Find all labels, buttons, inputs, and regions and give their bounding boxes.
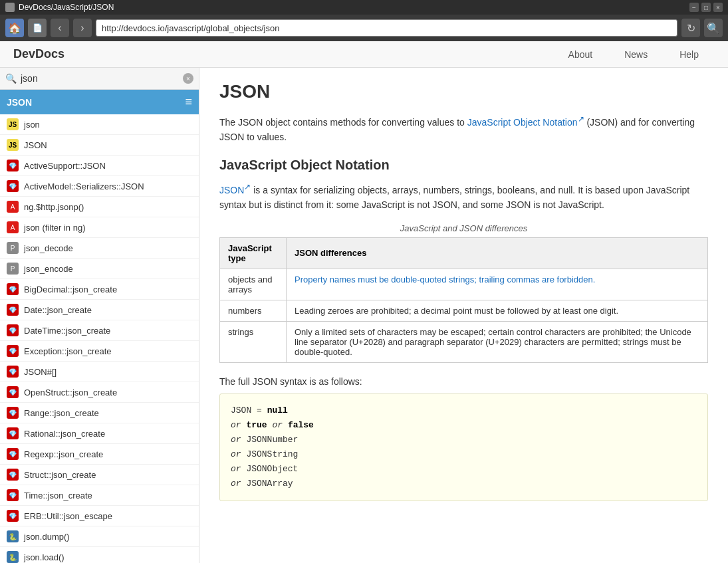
minimize-button[interactable]: −	[689, 3, 699, 12]
maximize-button[interactable]: □	[701, 3, 711, 12]
zoom-button[interactable]: 🔍	[704, 19, 723, 37]
nav-news[interactable]: News	[608, 41, 664, 42]
app-button[interactable]: 📄	[28, 19, 47, 37]
nav-about[interactable]: About	[552, 41, 609, 42]
window-title: DevDocs/JavaScript/JSON	[19, 3, 685, 12]
title-bar: DevDocs/JavaScript/JSON − □ ×	[0, 0, 728, 15]
app-icon	[5, 3, 15, 12]
close-button[interactable]: ×	[713, 3, 723, 12]
browser-toolbar: 🏠 📄 ‹ › http://devdocs.io/javascript/glo…	[0, 15, 728, 41]
window-controls[interactable]: − □ ×	[689, 3, 723, 12]
url-text: http://devdocs.io/javascript/global_obje…	[102, 23, 279, 33]
nav-help[interactable]: Help	[664, 41, 715, 42]
back-button[interactable]: ‹	[51, 19, 69, 37]
address-bar[interactable]: http://devdocs.io/javascript/global_obje…	[96, 19, 677, 37]
forward-button[interactable]: ›	[73, 19, 92, 37]
header-navigation: About News Help	[552, 41, 715, 42]
home-button[interactable]: 🏠	[5, 19, 24, 37]
reload-button[interactable]: ↻	[681, 19, 700, 37]
